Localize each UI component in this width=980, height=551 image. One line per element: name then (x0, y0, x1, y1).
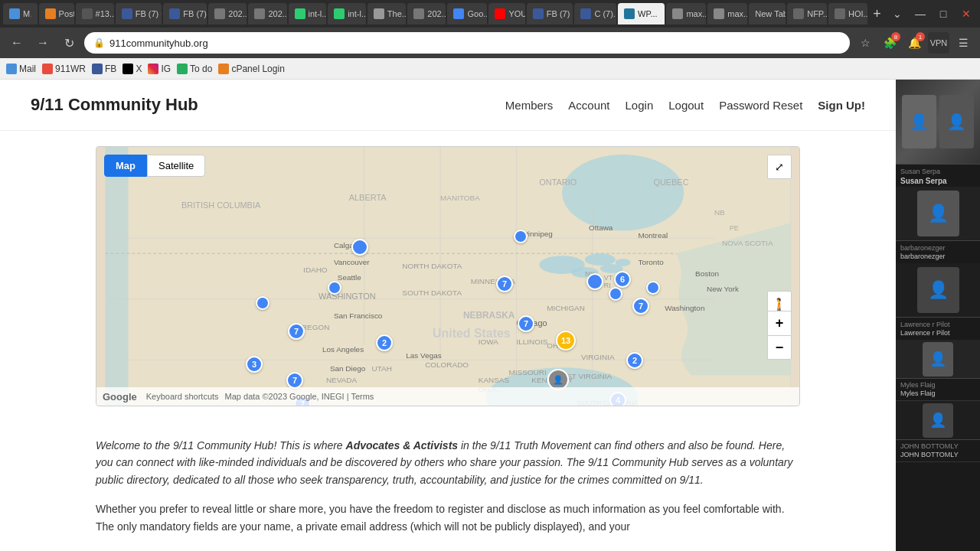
map-svg: WASHINGTON NORTH DAKOTA SOUTH DAKOTA IDA… (96, 147, 799, 406)
tab-post[interactable]: Post (39, 3, 74, 24)
map-marker-bos[interactable] (646, 281, 660, 295)
map-fullscreen-button[interactable]: ⤢ (767, 155, 792, 179)
nav-password-reset[interactable]: Password Reset (719, 99, 802, 112)
map-marker-seattle[interactable] (328, 281, 341, 295)
map-marker-or[interactable] (256, 296, 270, 310)
video-name-myles: Myles Flaig Myles Flaig (896, 378, 980, 399)
keyboard-shortcuts[interactable]: Keyboard shortcuts (146, 392, 219, 401)
tab-nfp[interactable]: NFP... (787, 3, 827, 24)
video-item-lawrence: 👤 Lawrence r Pilot Lawrence r Pilot (896, 263, 980, 340)
forward-button[interactable]: → (32, 32, 54, 54)
video-name-lawrence: Lawrence r Pilot Lawrence r Pilot (896, 317, 980, 340)
int1-icon (295, 8, 305, 19)
minimize-button[interactable]: — (910, 3, 931, 24)
map-marker-13[interactable]: 13 (556, 331, 576, 350)
extensions-icon[interactable]: 🧩 8 (879, 32, 900, 54)
the-icon (374, 8, 384, 19)
svg-text:UTAH: UTAH (372, 364, 392, 373)
tab-new[interactable]: New Tab (749, 3, 786, 24)
tab-fb1[interactable]: FB (7) C (116, 3, 162, 24)
tab-202a[interactable]: 202... (208, 3, 247, 24)
map-marker-ott[interactable] (586, 273, 603, 290)
video-sublabel-susan: Susan Serpa (900, 168, 975, 175)
map-marker-7-chi[interactable]: 7 (518, 315, 534, 332)
map-zoom-out[interactable]: − (767, 335, 792, 360)
map-zoom-in[interactable]: + (767, 311, 792, 335)
map-marker-3[interactable]: 3 (246, 356, 263, 373)
tab-list-button[interactable]: ⌄ (887, 3, 908, 24)
bookmark-cpanel[interactable]: cPanel Login (218, 64, 284, 74)
map-marker-7-la[interactable]: 7 (286, 372, 303, 389)
intro-text-start: Welcome to the 9/11 Community Hub! This … (96, 439, 346, 452)
tab-max2[interactable]: max... (707, 3, 747, 24)
map-marker-tor[interactable] (609, 287, 622, 301)
nav-login[interactable]: Login (626, 99, 654, 112)
map-type-satellite[interactable]: Satellite (147, 155, 205, 177)
bookmark-star-icon[interactable]: ☆ (854, 32, 876, 54)
tab-mail[interactable]: Mail (3, 3, 38, 24)
fb3-icon (533, 8, 544, 19)
site-nav: Members Account Login Logout Password Re… (505, 99, 865, 112)
tab-you[interactable]: YOU (488, 3, 524, 24)
svg-text:Seattle: Seattle (338, 273, 361, 282)
bookmark-ig[interactable]: IG (148, 64, 171, 74)
map-marker-winn[interactable] (514, 230, 528, 243)
close-window-button[interactable]: ✕ (956, 3, 977, 24)
video-thumb-john: 👤 (896, 401, 980, 439)
map-wrapper[interactable]: WASHINGTON NORTH DAKOTA SOUTH DAKOTA IDA… (96, 146, 800, 406)
tab-wp-active[interactable]: WP... ✕ (618, 3, 665, 24)
map-marker-7-mn[interactable]: 7 (496, 276, 513, 292)
tab-goo[interactable]: Goo... (447, 3, 487, 24)
tab-fb2[interactable]: FB (7) f (163, 3, 207, 24)
wp-icon (624, 8, 635, 19)
tab-max1[interactable]: max... (666, 3, 706, 24)
map-type-map[interactable]: Map (104, 155, 147, 177)
bookmark-todo[interactable]: To do (177, 64, 212, 74)
bookmark-fb[interactable]: FB (92, 64, 116, 74)
video-label-susan: Susan Serpa (900, 177, 975, 185)
tab-fb3[interactable]: FB (7) C (527, 3, 573, 24)
back-button[interactable]: ← (6, 32, 28, 54)
nav-account[interactable]: Account (568, 99, 609, 112)
tab-202b[interactable]: 202... (248, 3, 286, 24)
svg-text:United States: United States (433, 327, 511, 340)
c7-icon (580, 8, 591, 19)
maximize-button[interactable]: □ (933, 3, 954, 24)
svg-text:Montreal: Montreal (639, 231, 668, 240)
bookmark-x-icon (122, 64, 133, 74)
tab-int1[interactable]: int-l... (289, 3, 327, 24)
svg-text:Las Vegas: Las Vegas (406, 351, 441, 360)
map-marker-7-id[interactable]: 7 (288, 323, 305, 340)
map-marker-6-mon[interactable]: 6 (614, 271, 631, 288)
svg-text:PE: PE (730, 224, 739, 232)
bookmark-911wr[interactable]: 911WR (42, 64, 86, 74)
nav-members[interactable]: Members (505, 99, 554, 112)
svg-text:BRITISH COLUMBIA: BRITISH COLUMBIA (181, 201, 261, 210)
video-thumb-susan: 👤 👤 (896, 80, 980, 164)
map-marker-2-va[interactable]: 2 (626, 352, 643, 369)
bookmark-x[interactable]: X (122, 64, 142, 74)
vpn-button[interactable]: VPN (928, 32, 949, 54)
tab-c7[interactable]: C (7)... (574, 3, 616, 24)
tab-int2[interactable]: int-l... (328, 3, 366, 24)
map-marker-2-co[interactable]: 2 (376, 334, 393, 351)
tab-the[interactable]: The... (368, 3, 407, 24)
address-bar[interactable]: 🔒 911communityhub.org (84, 32, 850, 54)
svg-text:NORTH DAKOTA: NORTH DAKOTA (402, 262, 462, 270)
reload-button[interactable]: ↻ (58, 32, 80, 54)
alerts-icon[interactable]: 🔔 1 (903, 32, 925, 54)
tab-hoi[interactable]: HOI... (828, 3, 867, 24)
svg-text:NEBRASKA: NEBRASKA (463, 310, 515, 321)
tab-202c[interactable]: 202... (407, 3, 446, 24)
nav-signup[interactable]: Sign Up! (818, 99, 865, 112)
bookmark-mail[interactable]: Mail (6, 64, 36, 74)
map-marker-ny[interactable]: 7 (632, 298, 649, 315)
tab-3[interactable]: #13... (76, 3, 114, 24)
menu-button[interactable]: ☰ (952, 32, 974, 54)
map-marker-7-ab[interactable] (351, 239, 368, 256)
bookmark-ig-icon (148, 64, 158, 74)
tab-add-button[interactable]: + (869, 3, 885, 24)
video-item-barbara: 👤 barbaronezger barbaronezger (896, 187, 980, 263)
tab-close-wp[interactable]: ✕ (664, 9, 665, 19)
nav-logout[interactable]: Logout (668, 99, 704, 112)
